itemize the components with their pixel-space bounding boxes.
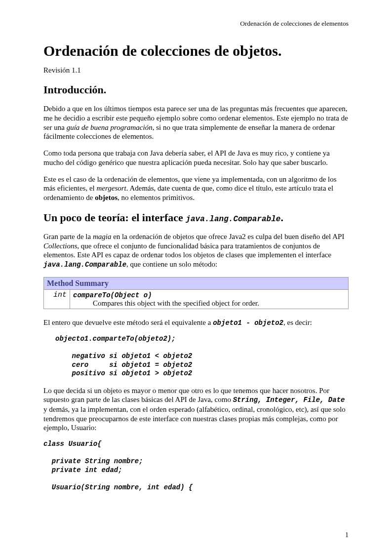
emphasis-text: magia <box>93 233 112 240</box>
intro-heading: Introducción. <box>43 83 349 96</box>
method-cell: compareTo(Object o) Compares this object… <box>70 289 349 309</box>
code-block-compareto: objecto1.comparteTo(objeto2); negativo s… <box>55 335 349 378</box>
text-run: El entero que devuelve este método será … <box>43 318 213 326</box>
running-header: Ordenación de colecciones de elementos <box>43 20 349 28</box>
code-block-usuario: class Usuario{ private String nombre; pr… <box>43 440 349 492</box>
inline-code: String, Integer, File, Date <box>233 396 345 404</box>
table-row: int compareTo(Object o) Compares this ob… <box>44 289 349 309</box>
strong-text: objetos <box>95 194 118 201</box>
heading-text: . <box>280 211 283 224</box>
text-run: Gran parte de la <box>43 233 93 240</box>
theory-paragraph-1: Gran parte de la magia en la ordenación … <box>43 232 349 270</box>
text-run: y demás, ya la implementan, con el orden… <box>43 405 346 432</box>
theory-heading: Un poco de teoría: el interface java.lan… <box>43 211 349 224</box>
method-description: Compares this object with the specified … <box>73 299 345 308</box>
intro-paragraph-2: Como toda persona que trabaja con Java d… <box>43 149 349 167</box>
intro-paragraph-1: Debido a que en los últimos tiempos esta… <box>43 104 349 141</box>
emphasis-text: Collections <box>43 242 77 250</box>
revision-line: Revisión 1.1 <box>43 66 349 75</box>
code-heading-text: java.lang.Comparable <box>186 215 280 224</box>
inline-code: objeto1 - objeto2 <box>213 319 283 327</box>
theory-paragraph-2: El entero que devuelve este método será … <box>43 318 349 328</box>
table-header-row: Method Summary <box>44 277 349 289</box>
document-title: Ordenación de colecciones de objetos. <box>43 42 349 59</box>
method-return-type: int <box>44 289 70 309</box>
table-header-cell: Method Summary <box>44 277 349 289</box>
text-run: , que ofrece el conjunto de funcionalida… <box>43 242 331 259</box>
intro-paragraph-3: Este es el caso de la ordenación de elem… <box>43 175 349 202</box>
method-summary-table: Method Summary int compareTo(Object o) C… <box>43 277 349 309</box>
page-number: 1 <box>345 531 349 539</box>
heading-text: Un poco de teoría: el interface <box>43 211 186 224</box>
method-signature: compareTo(Object o) <box>73 291 152 299</box>
inline-code: java.lang.Comparable <box>43 261 126 269</box>
emphasis-text: mergesort <box>96 184 126 192</box>
emphasis-text: guía de buena programación <box>67 123 153 131</box>
text-run: , no elementos primitivos. <box>118 194 195 201</box>
text-run: , es decir: <box>283 318 312 326</box>
text-run: en la ordenación de objetos que ofrece J… <box>111 233 344 240</box>
theory-paragraph-3: Lo que decida si un objeto es mayor o me… <box>43 386 349 433</box>
text-run: , que contiene un solo método: <box>126 260 217 268</box>
page-container: Ordenación de colecciones de elementos O… <box>0 0 392 554</box>
